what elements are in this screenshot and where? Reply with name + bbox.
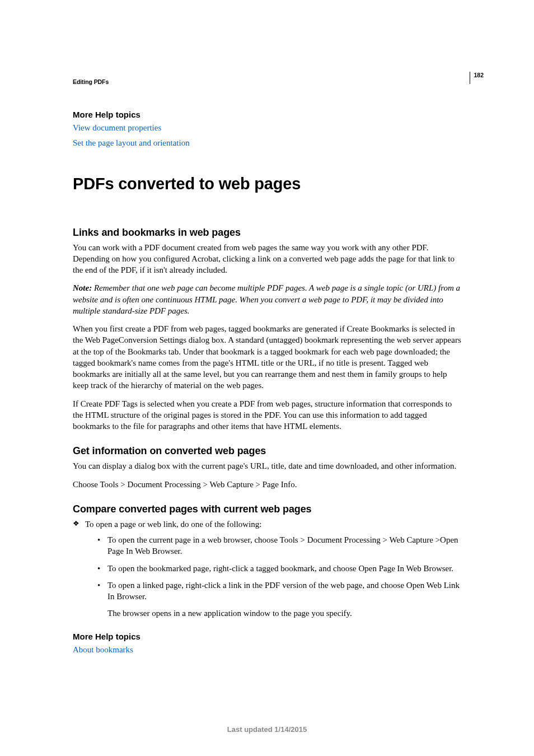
section-links-bookmarks-heading: Links and bookmarks in web pages bbox=[73, 227, 461, 239]
get-info-p1: You can display a dialog box with the cu… bbox=[73, 460, 461, 472]
compare-lead-item: To open a page or web link, do one of th… bbox=[73, 519, 461, 619]
list-item: To open the current page in a web browse… bbox=[97, 534, 461, 557]
note-label: Note: bbox=[73, 283, 94, 292]
get-info-p2: Choose Tools > Document Processing > Web… bbox=[73, 479, 461, 490]
breadcrumb: Editing PDFs bbox=[73, 78, 461, 85]
links-bookmarks-p3: If Create PDF Tags is selected when you … bbox=[73, 398, 461, 432]
more-help-heading-top: More Help topics bbox=[73, 110, 461, 119]
compare-follow-text: The browser opens in a new application w… bbox=[107, 608, 461, 619]
footer-last-updated: Last updated 1/14/2015 bbox=[0, 725, 534, 734]
compare-sub-list: To open the current page in a web browse… bbox=[85, 534, 461, 619]
page-title: PDFs converted to web pages bbox=[73, 175, 461, 193]
links-bookmarks-p1: You can work with a PDF document created… bbox=[73, 242, 461, 276]
links-bookmarks-p2: When you first create a PDF from web pag… bbox=[73, 323, 461, 391]
links-bookmarks-note: Note: Remember that one web page can bec… bbox=[73, 282, 461, 316]
compare-lead-text: To open a page or web link, do one of th… bbox=[85, 520, 262, 529]
link-about-bookmarks[interactable]: About bookmarks bbox=[73, 643, 461, 656]
section-get-info-heading: Get information on converted web pages bbox=[73, 445, 461, 457]
list-item: To open the bookmarked page, right-click… bbox=[97, 563, 461, 574]
list-item-text: To open a linked page, right-click a lin… bbox=[107, 581, 460, 601]
compare-lead-list: To open a page or web link, do one of th… bbox=[73, 519, 461, 619]
link-view-document-properties[interactable]: View document properties bbox=[73, 122, 461, 134]
more-help-heading-bottom: More Help topics bbox=[73, 632, 461, 641]
section-compare-heading: Compare converted pages with current web… bbox=[73, 503, 461, 515]
note-text: Remember that one web page can become mu… bbox=[73, 283, 460, 315]
link-set-page-layout-orientation[interactable]: Set the page layout and orientation bbox=[73, 137, 461, 150]
list-item: To open a linked page, right-click a lin… bbox=[97, 580, 461, 619]
page-content: Editing PDFs More Help topics View docum… bbox=[0, 0, 534, 656]
